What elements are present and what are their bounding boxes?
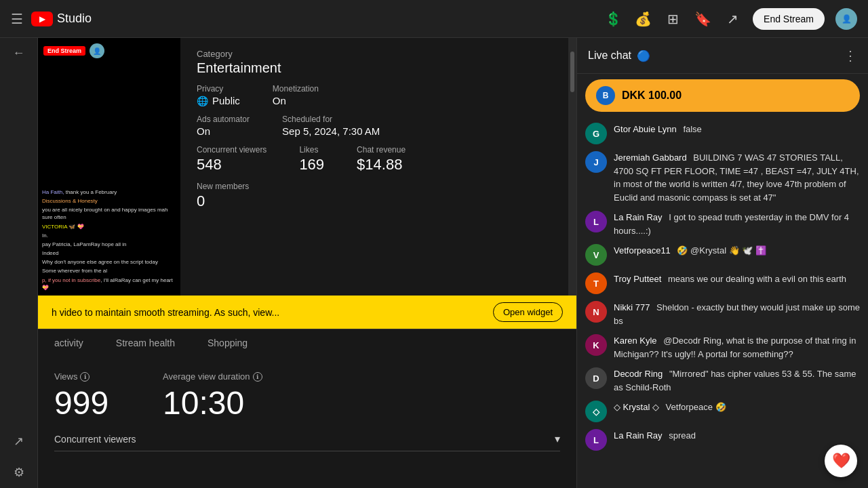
heart-button[interactable]: ❤️ — [825, 445, 857, 477]
msg-content-5: Nikki 777 Sheldon - exactly but they wou… — [614, 301, 860, 327]
msg-avatar-4: T — [585, 272, 607, 294]
tabs-bar: activity Stream health Shopping — [38, 329, 576, 358]
preview-chat-lines: Ha Faith, thank you a February Discussio… — [38, 186, 180, 296]
scheduled-value: Sep 5, 2024, 7:30 AM — [282, 125, 380, 137]
privacy-value-row: 🌐 Public — [197, 95, 240, 106]
back-icon[interactable]: ← — [13, 46, 25, 60]
stream-info: Category Entertainment Privacy 🌐 Public … — [180, 38, 568, 296]
chevron-down-icon: ▾ — [555, 432, 560, 445]
user-avatar[interactable]: 👤 — [835, 8, 857, 30]
scrollbar-thumb — [570, 52, 574, 92]
msg-avatar-7: D — [585, 367, 607, 389]
msg-username-3: Vetforpeace11 — [614, 245, 671, 256]
category-section: Category Entertainment — [197, 49, 552, 76]
views-label: Views ℹ — [54, 371, 108, 382]
members-block: New members 0 — [197, 182, 552, 210]
chat-message-3: V Vetforpeace11 🤣 @Krystal 👋 🕊️ ✝️ — [585, 244, 860, 266]
topbar: ☰ Studio 💲 💰 ⊞ 🔖 ↗ End Stream 👤 — [0, 0, 868, 38]
scheduled-label: Scheduled for — [282, 115, 380, 124]
chat-panel-wrapper: G Gtor Abuie Lynn false J Jeremiah Gabba… — [577, 117, 868, 488]
studio-label: Studio — [57, 12, 92, 26]
msg-text-8: Vetforpeace 🤣 — [666, 402, 726, 412]
msg-username-8: ◇ Krystal ◇ — [614, 402, 659, 412]
ads-value: On — [197, 125, 250, 137]
msg-avatar-1: J — [585, 151, 607, 173]
share-icon[interactable]: ↗ — [723, 11, 742, 27]
chat-message-0: G Gtor Abuie Lynn false — [585, 123, 860, 144]
msg-username-1: Jeremiah Gabbard — [614, 152, 687, 163]
chat-message-9: L La Rain Ray spread — [585, 429, 860, 451]
concurrent-row[interactable]: Concurrent viewers ▾ — [54, 432, 560, 451]
bookmark-icon[interactable]: 🔖 — [693, 11, 712, 27]
settings-icon[interactable]: ⚙ — [14, 465, 24, 480]
hamburger-icon[interactable]: ☰ — [11, 11, 23, 27]
members-label: New members — [197, 182, 552, 191]
chat-header: Live chat 🔵 ⋮ — [577, 38, 868, 74]
dollar-circle-icon[interactable]: 💲 — [604, 11, 623, 27]
preview-line-5: In. — [42, 232, 176, 239]
likes-block: Likes 169 — [299, 145, 324, 174]
grid-icon[interactable]: ⊞ — [663, 11, 682, 27]
preview-line-10: p, if you not in subscribe, I'll alRaRay… — [42, 277, 176, 291]
concurrent-label: Concurrent viewers — [54, 434, 136, 445]
chat-message-2: L La Rain Ray I got to spead truth yeste… — [585, 211, 860, 237]
superchat-bar: B DKK 100.00 — [585, 79, 860, 112]
monetization-label: Monetization — [273, 84, 319, 94]
likes-value: 169 — [299, 156, 324, 174]
end-stream-button[interactable]: End Stream — [753, 8, 825, 30]
msg-content-6: Karen Kyle @Decodr Ring, what is the pur… — [614, 334, 860, 361]
privacy-label: Privacy — [197, 84, 240, 94]
views-value: 999 — [54, 384, 108, 422]
monetization-block: Monetization On — [273, 84, 319, 106]
chat-message-1: J Jeremiah Gabbard BUILDING 7 WAS 47 STO… — [585, 151, 860, 204]
revenue-label: Chat revenue — [357, 145, 406, 155]
preview-header: End Stream 👤 — [43, 43, 175, 58]
msg-content-9: La Rain Ray spread — [614, 429, 860, 443]
tab-stream-health[interactable]: Stream health — [100, 329, 191, 358]
msg-content-4: Troy Putteet means we our dealing with a… — [614, 272, 860, 286]
stats-row: Views ℹ 999 Average view duration ℹ 10:3… — [54, 371, 560, 422]
superchat-amount: DKK 100.00 — [622, 89, 682, 102]
msg-username-7: Decodr Ring — [614, 369, 663, 379]
dollar-s-icon[interactable]: 💰 — [633, 11, 652, 27]
msg-content-7: Decodr Ring "Mirrored" has cipher values… — [614, 367, 860, 394]
banner-text: h video to maintain smooth streaming. As… — [52, 307, 279, 318]
msg-text-0: false — [683, 124, 701, 134]
msg-text-3: 🤣 @Krystal 👋 🕊️ ✝️ — [677, 245, 766, 256]
youtube-icon — [31, 12, 53, 26]
avg-duration-info-icon[interactable]: ℹ — [253, 372, 262, 382]
live-chat-title: Live chat 🔵 — [588, 49, 650, 62]
msg-content-0: Gtor Abuie Lynn false — [614, 123, 860, 136]
scrollbar[interactable] — [568, 38, 576, 296]
preview-line-2: Discussions & Honesty — [42, 197, 176, 205]
preview-line-8: Why don't anyone else agree on the scrip… — [42, 258, 176, 266]
msg-avatar-9: L — [585, 429, 607, 451]
ads-block: Ads automator On — [197, 115, 250, 137]
preview-line-6: pay Patricia, LaPamRay hope all in — [42, 241, 176, 248]
msg-text-5: Sheldon - exactly but they would just ma… — [614, 302, 860, 326]
tab-activity[interactable]: activity — [38, 329, 100, 358]
tab-shopping[interactable]: Shopping — [191, 329, 264, 358]
metrics-row: Concurrent viewers 548 Likes 169 Chat re… — [197, 145, 552, 174]
msg-avatar-0: G — [585, 123, 607, 144]
open-widget-button[interactable]: Open widget — [493, 302, 563, 322]
msg-text-9: spread — [669, 430, 696, 441]
msg-content-1: Jeremiah Gabbard BUILDING 7 WAS 47 STORI… — [614, 151, 860, 204]
ads-label: Ads automator — [197, 115, 250, 124]
msg-avatar-8: ◇ — [585, 401, 607, 422]
views-block: Views ℹ 999 — [54, 371, 108, 422]
viewers-value: 548 — [197, 156, 267, 174]
views-info-icon[interactable]: ℹ — [80, 372, 90, 382]
preview-line-1: Ha Faith, thank you a February — [42, 188, 176, 196]
category-label: Category — [197, 49, 552, 59]
chat-message-7: D Decodr Ring "Mirrored" has cipher valu… — [585, 367, 860, 394]
live-dot-icon: 🔵 — [637, 49, 650, 62]
likes-label: Likes — [299, 145, 324, 155]
chat-more-icon[interactable]: ⋮ — [844, 47, 857, 64]
preview-line-4: VICTORIA 🦋 💝 — [42, 223, 176, 230]
export-icon[interactable]: ↗ — [14, 434, 24, 449]
ads-scheduled-row: Ads automator On Scheduled for Sep 5, 20… — [197, 115, 552, 137]
msg-content-8: ◇ Krystal ◇ Vetforpeace 🤣 — [614, 401, 860, 414]
chat-panel: Live chat 🔵 ⋮ B DKK 100.00 G Gtor Abuie … — [576, 38, 868, 488]
globe-icon: 🌐 — [197, 96, 208, 106]
